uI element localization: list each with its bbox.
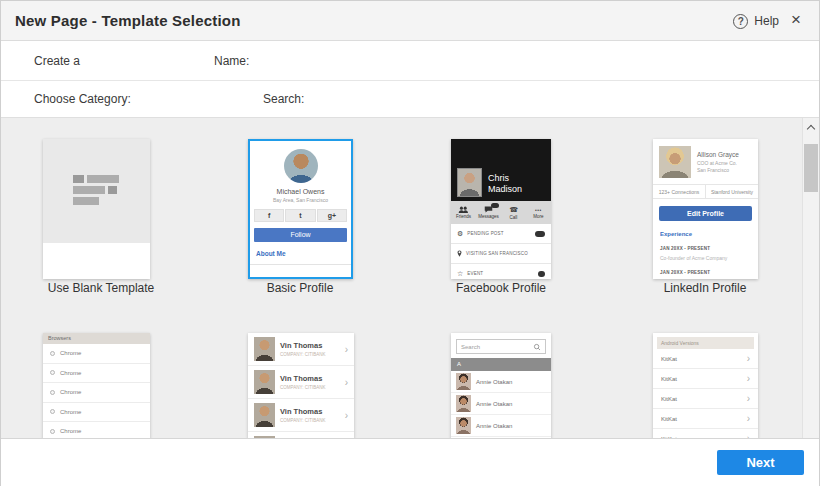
experience-period: JAN 20XX - PRESENT — [660, 270, 758, 275]
star-icon: ☆ — [457, 270, 463, 278]
facebook-header: Chris Madison — [451, 139, 551, 201]
template-caption-linkedin: LinkedIn Profile — [630, 281, 780, 295]
template-card-browsers[interactable]: Browsers Chrome Chrome Chrome Chrome Chr… — [43, 333, 150, 439]
search-icon — [533, 343, 541, 351]
list-header: Browsers — [43, 333, 150, 344]
linkedin-location: San Francisco — [697, 167, 739, 173]
scrollbar-thumb[interactable] — [804, 144, 818, 192]
about-me-link: About Me — [256, 250, 351, 257]
list-item: Vin ThomasCOMPANY: CITIBANK › — [248, 432, 354, 439]
template-caption-basic: Basic Profile — [225, 281, 375, 295]
notification-badge — [491, 203, 499, 208]
list-item: KitKat› — [653, 429, 758, 439]
help-button[interactable]: ? Help — [733, 1, 779, 41]
template-card-directory[interactable]: Search A Annie Otakan Annie Otakan Annie… — [451, 333, 551, 439]
template-card-facebook-profile[interactable]: Chris Madison Friends Messages ☎ Call — [451, 139, 551, 279]
notification-badge — [535, 231, 545, 237]
chevron-right-icon: › — [747, 413, 750, 424]
profile-location: Bay Area, San Francisco — [250, 197, 351, 203]
list-item: KitKat› — [653, 369, 758, 389]
dialog-footer: Next — [1, 439, 819, 486]
radio-icon — [50, 409, 55, 414]
dialog-titlebar: New Page - Template Selection ? Help × — [1, 1, 819, 41]
divider — [250, 264, 351, 265]
avatar — [254, 370, 275, 394]
radio-icon — [50, 429, 55, 434]
googleplus-icon: g+ — [317, 209, 347, 222]
next-button[interactable]: Next — [717, 450, 804, 475]
facebook-icon: f — [254, 209, 284, 222]
template-card-contacts[interactable]: Vin ThomasCOMPANY: CITIBANK › Vin Thomas… — [248, 333, 354, 439]
list-item: Annie Otakan — [451, 393, 551, 415]
chevron-right-icon: › — [345, 410, 348, 421]
chevron-right-icon: › — [345, 377, 348, 388]
scroll-up-icon[interactable] — [803, 120, 819, 135]
avatar — [457, 168, 482, 197]
experience-period: JAN 20XX - PRESENT — [660, 246, 758, 251]
template-card-linkedin-profile[interactable]: Allison Grayce COO at Acme Co. San Franc… — [653, 139, 758, 279]
avatar — [456, 417, 471, 434]
more-icon: ••• — [535, 207, 542, 213]
create-a-label: Create a — [34, 54, 80, 68]
template-card-blank[interactable] — [43, 139, 150, 279]
list-item: Chrome — [43, 383, 150, 403]
wireframe-icon — [73, 175, 121, 208]
friends-icon — [458, 206, 469, 213]
list-item: Vin ThomasCOMPANY: CITIBANK › — [248, 399, 354, 432]
search-label: Search: — [263, 92, 304, 106]
tab-messages: Messages — [476, 201, 501, 224]
list-item: KitKat› — [653, 409, 758, 429]
chevron-right-icon: › — [747, 373, 750, 384]
list-item: Chrome — [43, 422, 150, 439]
section-header: A — [451, 358, 551, 371]
school-name: Stanford University — [705, 185, 758, 198]
close-icon[interactable]: × — [785, 9, 807, 31]
facebook-profile-name: Chris Madison — [488, 173, 522, 196]
experience-heading: Experience — [660, 231, 758, 237]
follow-button: Follow — [254, 228, 347, 242]
phone-icon: ☎ — [509, 206, 518, 214]
linkedin-name: Allison Grayce — [697, 151, 739, 158]
chevron-right-icon: › — [747, 393, 750, 404]
profile-name: Michael Owens — [250, 188, 351, 195]
blank-thumbnail — [43, 139, 150, 243]
avatar — [254, 403, 275, 427]
thumb-search-field: Search — [456, 339, 546, 354]
experience-role: Co-founder of Acme Company — [660, 255, 758, 261]
template-grid: Use Blank Template Michael Owens Bay Are… — [1, 118, 819, 439]
list-item: Vin ThomasCOMPANY: CITIBANK › — [248, 366, 354, 399]
location-pin-icon — [457, 250, 462, 257]
edit-profile-button: Edit Profile — [659, 206, 752, 221]
radio-icon — [50, 390, 55, 395]
avatar — [659, 146, 691, 178]
template-card-basic-profile[interactable]: Michael Owens Bay Area, San Francisco f … — [248, 139, 353, 279]
avatar — [284, 149, 318, 183]
template-caption-blank: Use Blank Template — [26, 281, 176, 295]
list-item: KitKat› — [653, 389, 758, 409]
linkedin-header: Allison Grayce COO at Acme Co. San Franc… — [653, 139, 758, 184]
avatar — [254, 337, 275, 361]
facebook-list-row: ⚙ PENDING POST — [451, 224, 551, 244]
scrollbar-track[interactable] — [802, 118, 819, 438]
template-card-android-versions[interactable]: Android Versions KitKat› KitKat› KitKat›… — [653, 333, 758, 439]
list-item: Annie Otakan — [451, 415, 551, 437]
help-label: Help — [754, 14, 779, 28]
avatar — [456, 395, 471, 412]
list-item: Chrome — [43, 364, 150, 384]
facebook-tab-strip: Friends Messages ☎ Call ••• More — [451, 201, 551, 224]
gear-icon: ⚙ — [457, 230, 463, 238]
tab-friends: Friends — [451, 201, 476, 224]
facebook-list-row: VISITING SAN FRANCISCO — [451, 244, 551, 264]
choose-category-label: Choose Category: — [34, 92, 131, 106]
list-item: Chrome — [43, 403, 150, 423]
filter-row: Choose Category: All Search: Import Temp… — [1, 81, 819, 118]
list-item: Chrome — [43, 344, 150, 364]
twitter-icon: t — [285, 209, 315, 222]
name-label: Name: — [214, 54, 249, 68]
facebook-list-row: ☆ EVENT — [451, 264, 551, 279]
social-icons-row: f t g+ — [254, 209, 347, 222]
help-icon: ? — [733, 14, 748, 29]
notification-badge — [538, 271, 545, 277]
chevron-right-icon: › — [747, 353, 750, 364]
radio-icon — [50, 351, 55, 356]
